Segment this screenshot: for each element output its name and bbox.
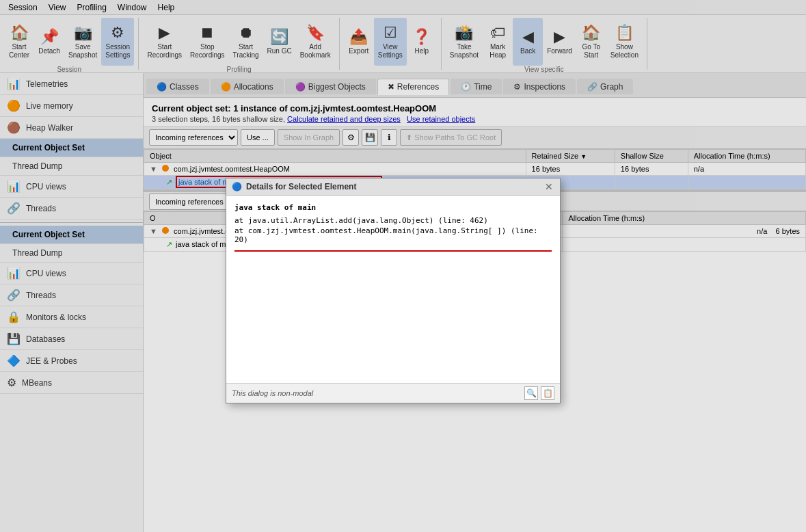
modal-body: java stack of main at java.util.ArrayLis… <box>226 196 560 383</box>
modal-title-bar: 🔵 Details for Selected Element ✕ <box>226 178 560 196</box>
modal-overlay: 🔵 Details for Selected Element ✕ java st… <box>0 0 806 532</box>
modal-close-button[interactable]: ✕ <box>543 181 554 192</box>
details-modal: 🔵 Details for Selected Element ✕ java st… <box>226 178 561 403</box>
stack-line-2: at com.jzj.jvmtest.oomtest.HeapOOM.main(… <box>234 226 552 245</box>
modal-title-icon: 🔵 <box>232 182 242 191</box>
stack-main-line: java stack of main <box>234 202 552 213</box>
modal-red-line <box>234 250 552 252</box>
stack-line-1: at java.util.ArrayList.add(java.lang.Obj… <box>234 215 552 226</box>
modal-copy-icon[interactable]: 📋 <box>541 386 554 400</box>
modal-footer-text: This dialog is non-modal <box>232 389 313 397</box>
modal-search-icon[interactable]: 🔍 <box>524 386 538 400</box>
modal-footer: This dialog is non-modal 🔍 📋 <box>226 383 560 403</box>
modal-footer-icons: 🔍 📋 <box>524 386 554 400</box>
modal-title: 🔵 Details for Selected Element <box>232 182 356 191</box>
